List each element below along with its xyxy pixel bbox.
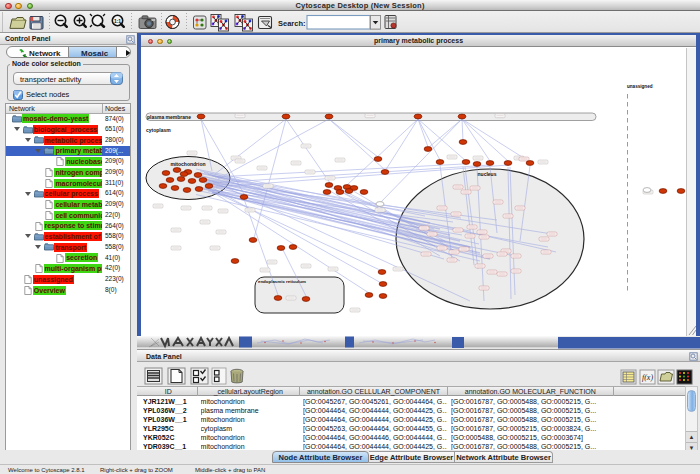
svg-text:Search:: Search:: [278, 19, 306, 28]
svg-text:endoplasmic reticulum: endoplasmic reticulum: [258, 279, 306, 284]
svg-text:plasma membrane: plasma membrane: [147, 114, 191, 120]
svg-text:unassigned: unassigned: [627, 84, 653, 89]
svg-text:mitochondrion: mitochondrion: [171, 161, 206, 167]
svg-text:1:1: 1:1: [114, 18, 121, 24]
svg-text:cytoplasm: cytoplasm: [146, 127, 171, 133]
svg-text:nucleus: nucleus: [478, 171, 497, 177]
svg-text:f(x): f(x): [642, 373, 653, 382]
